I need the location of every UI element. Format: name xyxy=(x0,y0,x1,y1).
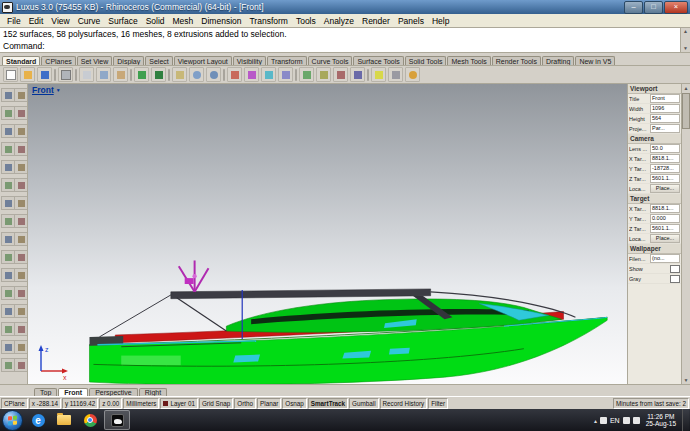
offset-icon[interactable] xyxy=(350,67,365,82)
command-input[interactable]: Command: xyxy=(0,40,681,52)
left-tool-icon[interactable] xyxy=(14,250,28,264)
menu-item[interactable]: Dimension xyxy=(197,16,245,26)
move-icon[interactable] xyxy=(227,67,242,82)
menu-item[interactable]: View xyxy=(47,16,73,26)
left-tool-icon[interactable] xyxy=(14,214,28,228)
close-button[interactable]: × xyxy=(664,1,688,14)
print-icon[interactable] xyxy=(58,67,73,82)
panel-row-value[interactable]: 8818.1... xyxy=(650,204,680,213)
menu-item[interactable]: Transform xyxy=(245,16,291,26)
menu-item[interactable]: Surface xyxy=(104,16,141,26)
panel-row-value[interactable]: 0.000 xyxy=(650,214,680,223)
panel-row-value[interactable]: Front xyxy=(650,94,680,103)
paste-icon[interactable] xyxy=(113,67,128,82)
scroll-up-icon[interactable]: ▲ xyxy=(684,84,689,92)
hidden-icons-icon[interactable]: ▴ xyxy=(594,417,597,424)
left-tool-icon[interactable] xyxy=(1,178,15,192)
show-desktop-button[interactable] xyxy=(682,409,689,431)
left-tool-icon[interactable] xyxy=(1,358,15,372)
toolbar-tab[interactable]: Viewport Layout xyxy=(174,56,232,65)
properties-icon[interactable] xyxy=(388,67,403,82)
status-toggle[interactable]: Gumball xyxy=(349,398,378,409)
chevron-down-icon[interactable]: ▼ xyxy=(56,87,61,93)
viewport-tab[interactable]: Front xyxy=(58,388,88,396)
help-icon[interactable] xyxy=(405,67,420,82)
scroll-down-icon[interactable]: ▼ xyxy=(683,45,688,52)
toolbar-tab[interactable]: Render Tools xyxy=(492,56,541,65)
front-viewport[interactable]: Front ▼ xyxy=(28,84,628,384)
menu-item[interactable]: Tools xyxy=(292,16,320,26)
menu-item[interactable]: File xyxy=(3,16,25,26)
toolbar-tab[interactable]: Curve Tools xyxy=(308,56,353,65)
rhino-icon[interactable] xyxy=(104,410,130,430)
left-tool-icon[interactable] xyxy=(14,340,28,354)
left-tool-icon[interactable] xyxy=(1,106,15,120)
chrome-icon[interactable] xyxy=(78,411,102,429)
status-toggle[interactable]: Osnap xyxy=(282,398,307,409)
left-tool-icon[interactable] xyxy=(1,142,15,156)
toolbar-tab[interactable]: Select xyxy=(145,56,172,65)
toolbar-tab[interactable]: Transform xyxy=(267,56,307,65)
panel-row-value[interactable]: Place... xyxy=(650,184,680,193)
left-tool-icon[interactable] xyxy=(1,268,15,282)
cut-icon[interactable] xyxy=(79,67,94,82)
undo-icon[interactable] xyxy=(134,67,149,82)
title-bar[interactable]: Luxus 3.0 (75455 KB) - Rhinoceros (Comme… xyxy=(0,0,690,14)
start-button[interactable] xyxy=(2,410,23,431)
viewport-title-menu[interactable]: Front ▼ xyxy=(32,85,61,95)
left-tool-icon[interactable] xyxy=(1,88,15,102)
left-tool-icon[interactable] xyxy=(14,286,28,300)
left-tool-icon[interactable] xyxy=(1,124,15,138)
left-tool-icon[interactable] xyxy=(14,124,28,138)
panel-row-value[interactable]: 564 xyxy=(650,114,680,123)
left-tool-icon[interactable] xyxy=(14,358,28,372)
panel-row-value[interactable] xyxy=(670,265,680,273)
redo-icon[interactable] xyxy=(151,67,166,82)
menu-item[interactable]: Help xyxy=(428,16,453,26)
left-tool-icon[interactable] xyxy=(1,322,15,336)
toolbar-tab[interactable]: Drafting xyxy=(542,56,575,65)
left-tool-icon[interactable] xyxy=(14,178,28,192)
boat-model[interactable] xyxy=(28,84,627,384)
join-icon[interactable] xyxy=(299,67,314,82)
panel-row-value[interactable]: (no... xyxy=(650,254,680,263)
copy-icon[interactable] xyxy=(96,67,111,82)
left-tool-icon[interactable] xyxy=(1,196,15,210)
mirror-icon[interactable] xyxy=(278,67,293,82)
left-tool-icon[interactable] xyxy=(1,286,15,300)
command-area[interactable]: 152 surfaces, 58 polysurfaces, 16 meshes… xyxy=(0,28,690,53)
menu-item[interactable]: Curve xyxy=(74,16,105,26)
menu-item[interactable]: Analyze xyxy=(320,16,358,26)
open-icon[interactable] xyxy=(20,67,35,82)
zoom-extents-icon[interactable] xyxy=(206,67,221,82)
toolbar-tab[interactable]: New in V5 xyxy=(575,56,615,65)
left-tool-icon[interactable] xyxy=(14,88,28,102)
toolbar-tab[interactable]: Set View xyxy=(77,56,113,65)
toolbar-tab[interactable]: Surface Tools xyxy=(353,56,403,65)
language-indicator[interactable]: EN xyxy=(610,417,620,424)
trim-icon[interactable] xyxy=(316,67,331,82)
left-tool-icon[interactable] xyxy=(1,214,15,228)
panel-row-value[interactable]: Par... xyxy=(650,124,680,133)
volume-icon[interactable] xyxy=(633,417,640,424)
menu-item[interactable]: Render xyxy=(358,16,394,26)
left-tool-icon[interactable] xyxy=(1,232,15,246)
menu-item[interactable]: Solid xyxy=(142,16,169,26)
rotate-icon[interactable] xyxy=(244,67,259,82)
status-toggle[interactable]: SmartTrack xyxy=(308,398,348,409)
file-explorer-icon[interactable] xyxy=(52,411,76,429)
scrollbar-thumb[interactable] xyxy=(682,93,690,129)
toolbar-tab[interactable]: CPlanes xyxy=(41,56,75,65)
minimize-button[interactable]: – xyxy=(624,1,643,14)
panel-row-value[interactable]: Place... xyxy=(650,234,680,243)
panel-scrollbar[interactable]: ▲ ▼ xyxy=(681,84,690,384)
menu-item[interactable]: Panels xyxy=(394,16,428,26)
panel-row-value[interactable]: 5601.1... xyxy=(650,174,680,183)
left-tool-icon[interactable] xyxy=(1,340,15,354)
left-tool-icon[interactable] xyxy=(1,160,15,174)
command-scrollbar[interactable]: ▲ ▼ xyxy=(680,28,690,52)
toolbar-tab[interactable]: Solid Tools xyxy=(405,56,447,65)
panel-row-value[interactable]: 1096 xyxy=(650,104,680,113)
scroll-up-icon[interactable]: ▲ xyxy=(683,28,688,35)
panel-row-value[interactable]: 8818.1... xyxy=(650,154,680,163)
